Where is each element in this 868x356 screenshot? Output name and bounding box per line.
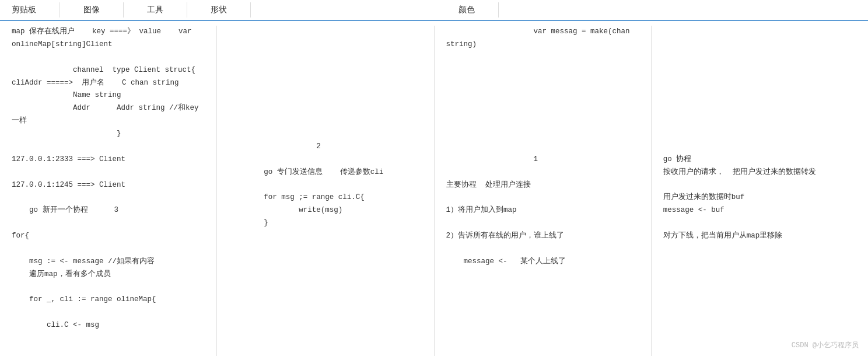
toolbar: 剪贴板 图像 工具 形状 颜色 (0, 0, 868, 21)
panel-1[interactable]: map 保存在线用户 key ====》 value var onlineMap… (0, 26, 217, 356)
toolbar-image[interactable]: 图像 (60, 2, 124, 18)
toolbar-colors[interactable]: 颜色 (435, 2, 499, 18)
content-area: map 保存在线用户 key ====》 value var onlineMap… (0, 21, 868, 356)
panel-4[interactable]: go 协程 按收用户的请求， 把用户发过来的数据转发 用户发过来的数据时buf … (652, 26, 868, 356)
watermark: CSDN @小乞巧程序员 (792, 340, 859, 350)
toolbar-shapes[interactable]: 形状 (187, 2, 251, 18)
panel-2[interactable]: 2 go 专门发送信息 传递参数cli for msg ;= range cli… (217, 26, 434, 356)
toolbar-clipboard[interactable]: 剪贴板 (0, 2, 60, 18)
toolbar-tools[interactable]: 工具 (124, 2, 187, 18)
panel-3[interactable]: var messag = make(chan string) 1 主要协程 处理… (435, 26, 652, 356)
